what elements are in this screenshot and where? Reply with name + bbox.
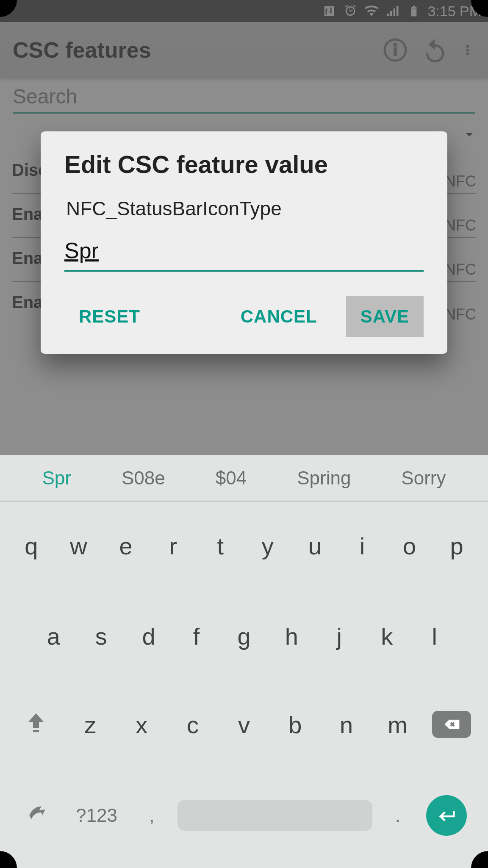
cancel-button[interactable]: CANCEL <box>226 296 332 337</box>
enter-key[interactable] <box>423 784 470 847</box>
comma-key[interactable]: , <box>137 794 166 837</box>
save-button[interactable]: SAVE <box>346 296 424 337</box>
key-f[interactable]: f <box>176 612 217 661</box>
space-key[interactable] <box>177 800 372 831</box>
key-r[interactable]: r <box>153 521 194 571</box>
feature-value-input[interactable] <box>64 234 424 272</box>
key-i[interactable]: i <box>342 521 383 571</box>
backspace-icon <box>432 711 471 738</box>
key-o[interactable]: o <box>389 521 430 571</box>
dialog-title: Edit CSC feature value <box>64 150 424 178</box>
key-t[interactable]: t <box>200 521 241 571</box>
key-k[interactable]: k <box>366 612 407 661</box>
suggestion[interactable]: Sorry <box>401 467 446 489</box>
shift-key[interactable] <box>13 699 59 751</box>
key-s[interactable]: s <box>81 612 122 661</box>
key-a[interactable]: a <box>33 612 74 661</box>
key-p[interactable]: p <box>436 521 477 571</box>
dialog-feature-name: NFC_StatusBarIconType <box>64 197 424 220</box>
key-c[interactable]: c <box>172 700 213 750</box>
key-q[interactable]: q <box>11 521 52 571</box>
suggestion-bar: Spr S08e $04 Spring Sorry <box>0 455 488 502</box>
symbols-key[interactable]: ?123 <box>67 794 126 837</box>
svg-rect-7 <box>33 730 39 732</box>
edit-feature-dialog: Edit CSC feature value NFC_StatusBarIcon… <box>41 131 447 354</box>
key-v[interactable]: v <box>224 700 264 750</box>
key-b[interactable]: b <box>275 700 316 750</box>
key-w[interactable]: w <box>58 521 99 571</box>
key-l[interactable]: l <box>414 612 455 661</box>
period-key[interactable]: . <box>383 794 413 837</box>
key-j[interactable]: j <box>319 612 360 661</box>
backspace-key[interactable] <box>428 700 475 750</box>
suggestion[interactable]: S08e <box>122 467 165 489</box>
suggestion[interactable]: Spring <box>297 467 351 489</box>
key-n[interactable]: n <box>326 700 367 750</box>
key-g[interactable]: g <box>224 612 264 661</box>
soft-keyboard: Spr S08e $04 Spring Sorry q w e r t y u … <box>0 455 488 868</box>
key-m[interactable]: m <box>377 700 418 750</box>
reset-button[interactable]: RESET <box>64 296 155 337</box>
key-d[interactable]: d <box>128 612 169 661</box>
enter-icon <box>426 795 467 836</box>
swipe-key[interactable] <box>18 790 56 840</box>
suggestion[interactable]: $04 <box>216 467 247 489</box>
key-z[interactable]: z <box>70 700 111 750</box>
key-x[interactable]: x <box>121 700 162 750</box>
suggestion[interactable]: Spr <box>42 467 71 489</box>
key-h[interactable]: h <box>271 612 312 661</box>
key-e[interactable]: e <box>105 521 146 571</box>
key-u[interactable]: u <box>294 521 335 571</box>
key-y[interactable]: y <box>247 521 288 571</box>
